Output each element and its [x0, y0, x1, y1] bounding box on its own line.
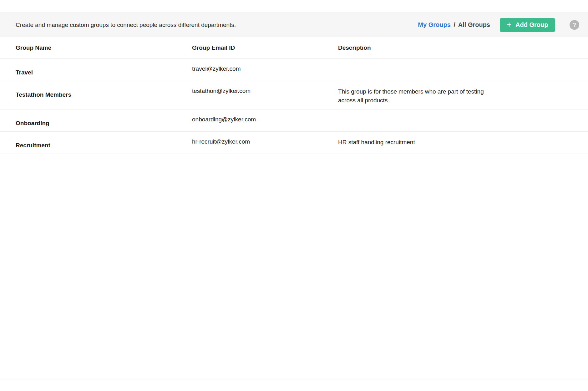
- table-row[interactable]: Testathon Members testathon@zylker.com T…: [0, 81, 588, 109]
- column-header-group-email: Group Email ID: [192, 44, 338, 51]
- table-row[interactable]: Recruitment hr-recruit@zylker.com HR sta…: [0, 132, 588, 154]
- group-description-cell: HR staff handling recruitment: [338, 132, 488, 154]
- group-email-cell: testathon@zylker.com: [192, 81, 338, 109]
- group-description-cell: [338, 59, 488, 81]
- table-row[interactable]: Travel travel@zylker.com: [0, 59, 588, 81]
- group-name-cell: Recruitment: [16, 132, 192, 154]
- group-name-cell: Travel: [16, 59, 192, 81]
- add-group-label: Add Group: [515, 21, 548, 28]
- group-name-cell: Testathon Members: [16, 81, 192, 109]
- table-row[interactable]: Onboarding onboarding@zylker.com: [0, 109, 588, 132]
- my-groups-link[interactable]: My Groups: [418, 21, 450, 28]
- group-description-cell: [338, 109, 488, 131]
- bottom-divider: [0, 379, 588, 379]
- group-email-cell: hr-recruit@zylker.com: [192, 132, 338, 154]
- table-body: Travel travel@zylker.com Testathon Membe…: [0, 59, 588, 154]
- nav-separator: /: [452, 21, 457, 28]
- column-header-group-name: Group Name: [16, 44, 192, 51]
- groups-table: Group Name Group Email ID Description Tr…: [0, 37, 588, 154]
- group-view-nav: My Groups / All Groups: [418, 21, 490, 28]
- plus-icon: +: [507, 21, 511, 28]
- group-name-cell: Onboarding: [16, 109, 192, 131]
- table-header-row: Group Name Group Email ID Description: [0, 37, 588, 59]
- all-groups-link[interactable]: All Groups: [458, 21, 490, 28]
- group-email-cell: onboarding@zylker.com: [192, 109, 338, 131]
- add-group-button[interactable]: + Add Group: [500, 18, 555, 32]
- top-strip: [0, 0, 588, 13]
- column-header-description: Description: [338, 44, 579, 51]
- help-icon[interactable]: ?: [570, 20, 579, 30]
- page-description: Create and manage custom groups to conne…: [16, 22, 418, 28]
- group-description-cell: This group is for those members who are …: [338, 81, 488, 109]
- group-email-cell: travel@zylker.com: [192, 59, 338, 81]
- toolbar: Create and manage custom groups to conne…: [0, 13, 588, 37]
